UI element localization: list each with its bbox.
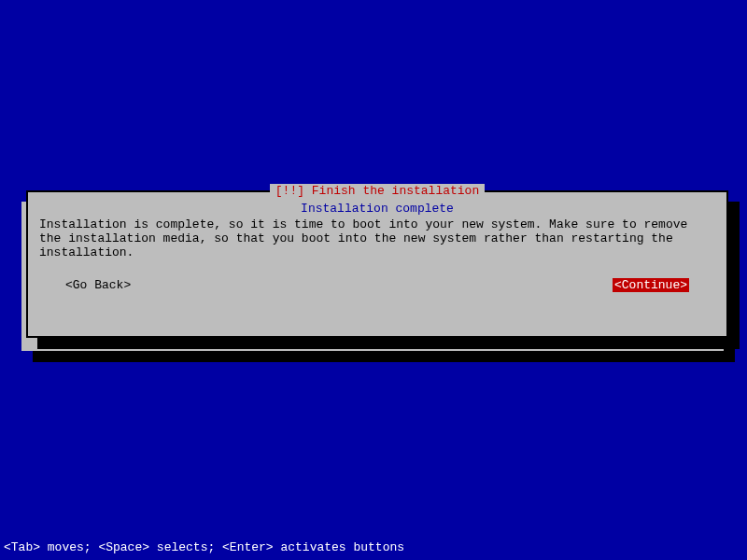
go-back-button[interactable]: <Go Back>	[65, 278, 131, 292]
dialog-title: [!!] Finish the installation	[270, 184, 485, 198]
dialog-subtitle: Installation complete	[39, 202, 715, 216]
continue-button[interactable]: <Continue>	[613, 278, 689, 292]
footer-hint: <Tab> moves; <Space> selects; <Enter> ac…	[4, 540, 404, 554]
dialog: [!!] Finish the installation Installatio…	[26, 190, 728, 338]
dialog-body: Installation is complete, so it is time …	[39, 217, 715, 259]
